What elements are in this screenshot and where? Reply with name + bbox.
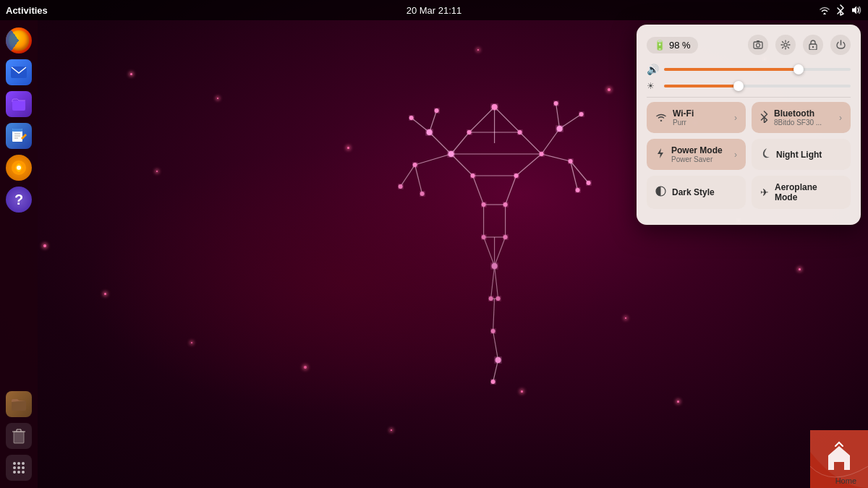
star <box>799 268 801 270</box>
power-mode-tile-title: Power Mode <box>671 145 723 155</box>
home-button[interactable]: Home <box>810 430 868 488</box>
svg-point-39 <box>518 130 522 134</box>
bluetooth-status-icon[interactable] <box>835 4 846 16</box>
svg-line-7 <box>542 154 571 161</box>
bluetooth-tile-chevron[interactable]: › <box>839 113 842 123</box>
power-mode-tile-content: Power Mode Power Saver <box>655 145 723 163</box>
svg-point-87 <box>13 471 16 474</box>
battery-percent: 98 % <box>669 40 691 51</box>
lock-button[interactable] <box>803 35 823 55</box>
quick-settings-panel: 🔋 98 % <box>637 25 861 225</box>
svg-rect-76 <box>14 432 24 443</box>
dock-item-files[interactable] <box>4 90 33 119</box>
svg-point-41 <box>540 152 544 156</box>
qs-style-row: Dark Style ✈ Aeroplane Mode <box>647 176 851 209</box>
star <box>677 401 679 403</box>
svg-point-47 <box>435 108 439 113</box>
qs-divider-1 <box>647 97 851 98</box>
mail-icon <box>6 59 32 85</box>
svg-line-21 <box>516 154 542 176</box>
dock-item-mail[interactable] <box>4 58 33 87</box>
power-mode-tile-chevron[interactable]: › <box>734 150 737 160</box>
wifi-tile-value: Purr <box>673 119 694 127</box>
bluetooth-tile-title: Bluetooth <box>774 108 822 119</box>
svg-line-12 <box>430 111 437 132</box>
dock-item-firefox[interactable] <box>4 26 33 55</box>
dock: ? <box>0 20 38 488</box>
qs-network-row: Wi-Fi Purr › Bluetooth 8Bitdo SF30 ... › <box>647 102 851 133</box>
svg-rect-90 <box>754 42 762 48</box>
wifi-tile[interactable]: Wi-Fi Purr › <box>647 102 746 133</box>
dock-item-filemanager[interactable] <box>4 390 33 419</box>
power-button[interactable] <box>830 35 851 55</box>
svg-line-13 <box>542 129 560 154</box>
dark-style-tile[interactable]: Dark Style <box>647 176 746 209</box>
svg-point-93 <box>784 43 787 46</box>
aeroplane-mode-tile[interactable]: ✈ Aeroplane Mode <box>752 176 851 209</box>
software-icon <box>6 155 32 181</box>
svg-point-85 <box>17 466 20 469</box>
svg-point-88 <box>17 471 20 474</box>
screenshot-button[interactable] <box>748 35 768 55</box>
svg-point-46 <box>409 116 414 120</box>
activities-button[interactable]: Activities <box>6 5 48 16</box>
brightness-slider-fill <box>664 85 739 87</box>
dock-item-writer[interactable] <box>4 121 33 150</box>
wifi-tile-icon <box>655 111 667 124</box>
background-map <box>87 147 608 415</box>
bluetooth-tile[interactable]: Bluetooth 8Bitdo SF30 ... › <box>752 102 851 133</box>
svg-point-81 <box>13 462 16 465</box>
home-button-label: Home <box>835 476 856 485</box>
svg-line-3 <box>520 132 542 154</box>
brightness-slider-track[interactable] <box>664 85 851 87</box>
night-light-tile[interactable]: Night Light <box>752 139 851 170</box>
svg-point-44 <box>427 129 433 135</box>
topbar: Activities 20 Mar 21:11 <box>0 0 868 20</box>
volume-slider-fill <box>664 68 799 71</box>
wifi-tile-content: Wi-Fi Purr <box>655 108 694 127</box>
svg-line-10 <box>430 132 451 154</box>
wifi-tile-title: Wi-Fi <box>673 108 694 119</box>
star <box>156 171 158 172</box>
volume-status-icon[interactable] <box>851 4 862 16</box>
svg-point-55 <box>514 174 519 178</box>
svg-line-15 <box>556 103 560 129</box>
svg-point-53 <box>576 188 580 192</box>
power-mode-tile-text: Power Mode Power Saver <box>671 145 723 163</box>
dock-item-software[interactable] <box>4 153 33 182</box>
brightness-icon: ☀ <box>647 81 658 91</box>
dock-item-help[interactable]: ? <box>4 185 33 214</box>
svg-point-38 <box>467 130 472 134</box>
qs-top-row: 🔋 98 % <box>647 35 851 55</box>
svg-point-43 <box>569 159 573 163</box>
help-icon: ? <box>6 187 32 213</box>
svg-line-11 <box>412 118 430 132</box>
wifi-status-icon[interactable] <box>819 4 830 16</box>
dark-style-tile-icon <box>655 186 666 199</box>
svg-point-82 <box>17 462 20 465</box>
svg-rect-67 <box>12 100 25 111</box>
svg-rect-69 <box>12 129 22 132</box>
power-mode-tile-icon <box>655 147 665 161</box>
filemanager-icon <box>6 391 32 417</box>
power-mode-tile-value: Power Saver <box>671 155 723 163</box>
firefox-icon <box>6 27 32 53</box>
volume-slider-track[interactable] <box>664 68 851 71</box>
svg-point-40 <box>448 151 454 157</box>
volume-slider-thumb[interactable] <box>793 64 804 74</box>
svg-line-14 <box>560 114 582 129</box>
svg-point-86 <box>22 466 25 469</box>
wifi-tile-chevron[interactable]: › <box>734 113 737 123</box>
star <box>477 49 479 51</box>
star <box>130 73 132 75</box>
power-mode-tile[interactable]: Power Mode Power Saver › <box>647 139 746 170</box>
dock-item-appgrid[interactable] <box>4 453 33 482</box>
night-light-tile-content: Night Light <box>760 147 822 161</box>
settings-button[interactable] <box>775 35 796 55</box>
battery-icon: 🔋 <box>654 40 665 51</box>
svg-point-95 <box>812 46 814 48</box>
qs-power-row: Power Mode Power Saver › Night Light <box>647 139 851 170</box>
brightness-slider-thumb[interactable] <box>733 81 744 91</box>
dock-item-trash[interactable] <box>4 421 33 450</box>
svg-point-84 <box>13 466 16 469</box>
